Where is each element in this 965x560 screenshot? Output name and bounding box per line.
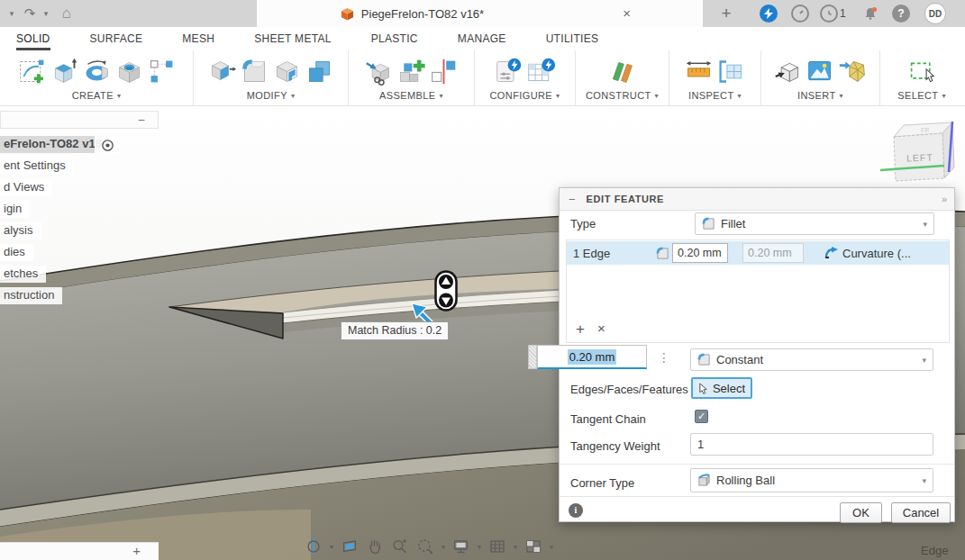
launch-status-icon[interactable] [791, 5, 809, 23]
group-modify: MODIFY▾ [194, 50, 349, 105]
insert-mesh-icon[interactable] [838, 57, 868, 86]
insert-component-icon[interactable] [364, 57, 394, 86]
browser-item-construction[interactable]: nstruction [0, 287, 62, 304]
redo-dropdown-icon[interactable]: ▾ [40, 0, 52, 27]
configuration-icon[interactable] [494, 57, 523, 86]
browser-activate-radio[interactable] [95, 136, 120, 154]
create-sketch-icon[interactable] [17, 57, 47, 86]
continuity-cell[interactable]: Curvature (... [842, 247, 911, 260]
new-tab-icon[interactable]: + [717, 0, 735, 27]
hole-icon[interactable] [114, 57, 144, 86]
new-component-icon[interactable] [396, 57, 426, 86]
group-label-insert[interactable]: INSERT▾ [797, 90, 843, 101]
offset-plane-icon[interactable] [607, 57, 637, 86]
insert-derive-icon[interactable] [773, 57, 803, 86]
cancel-button[interactable]: Cancel [891, 502, 951, 523]
canvas-icon[interactable] [806, 57, 835, 86]
corner-type-dropdown[interactable]: Rolling Ball ▾ [690, 468, 933, 492]
group-label-configure[interactable]: CONFIGURE▾ [489, 90, 560, 101]
tab-utilities[interactable]: UTILITIES [546, 32, 599, 50]
group-label-modify[interactable]: MODIFY▾ [247, 90, 296, 101]
job-status-icon[interactable] [820, 5, 838, 23]
dialog-expand-icon[interactable]: » [942, 194, 947, 204]
combine-icon[interactable] [305, 57, 334, 86]
close-tab-icon[interactable]: × [623, 6, 631, 20]
radius-cell-input[interactable]: 0.20 mm [672, 243, 728, 263]
extensions-icon[interactable] [760, 5, 778, 23]
browser-item-document[interactable]: eFrelon-TO82 v16 [0, 136, 110, 153]
browser-header[interactable]: − [0, 111, 159, 129]
revolve-icon[interactable] [82, 57, 112, 86]
user-avatar[interactable]: DD [924, 3, 946, 24]
radius-type-dropdown[interactable]: Constant ▾ [690, 348, 933, 371]
chevron-down-icon[interactable]: ▾ [514, 543, 517, 551]
look-at-icon[interactable] [341, 537, 359, 555]
type-dropdown[interactable]: Fillet ▾ [695, 212, 934, 235]
orbit-icon[interactable] [305, 537, 323, 555]
browser-item-named-views[interactable]: d Views [0, 179, 52, 196]
dialog-collapse-icon[interactable]: − [569, 193, 576, 206]
edge-set-row[interactable]: 1 Edge 0.20 mm 0.20 mm Curvature (... [567, 241, 949, 265]
group-label-select[interactable]: SELECT▾ [897, 90, 946, 101]
tangent-chain-checkbox[interactable]: ✓ [695, 410, 708, 423]
configuration-table-icon[interactable] [526, 57, 556, 86]
undo-dropdown-icon[interactable]: ▾ [5, 0, 18, 27]
timeline-add-icon[interactable]: + [132, 543, 141, 558]
browser-item-analysis[interactable]: alysis [0, 222, 41, 239]
browser-item-bodies[interactable]: dies [0, 244, 33, 261]
notifications-bell-icon[interactable] [861, 5, 879, 23]
add-edge-set-button[interactable]: + [576, 321, 585, 339]
ok-button[interactable]: OK [840, 502, 882, 523]
browser-item-origin[interactable]: igin [0, 201, 30, 218]
viewports-icon[interactable] [524, 537, 542, 555]
tab-mesh[interactable]: MESH [182, 32, 214, 50]
info-icon[interactable]: i [569, 503, 583, 518]
chevron-down-icon[interactable]: ▾ [478, 543, 481, 551]
radius-alt-cell-input[interactable]: 0.20 mm [742, 243, 804, 263]
pan-icon[interactable] [366, 537, 384, 555]
home-icon[interactable]: ⌂ [58, 0, 76, 27]
redo-icon[interactable]: ↷ [22, 0, 38, 27]
chevron-down-icon[interactable]: ▾ [442, 543, 445, 551]
browser-item-sketches[interactable]: etches [0, 266, 46, 283]
grid-snap-icon[interactable] [488, 537, 506, 555]
measure-icon[interactable] [684, 57, 714, 86]
fillet-icon[interactable] [240, 57, 269, 86]
browser-item-document-settings[interactable]: ent Settings [0, 158, 74, 175]
group-label-create[interactable]: CREATE▾ [72, 90, 122, 101]
dialog-header[interactable]: − EDIT FEATURE » [560, 188, 954, 211]
rectangular-pattern-icon[interactable] [147, 57, 177, 86]
tab-solid[interactable]: SOLID [16, 32, 50, 50]
browser-collapse-icon[interactable]: − [138, 113, 145, 127]
select-button[interactable]: Select [691, 377, 752, 399]
remove-edge-set-button[interactable]: × [597, 321, 605, 339]
press-pull-icon[interactable] [207, 57, 237, 86]
extrude-icon[interactable] [50, 57, 79, 86]
tab-sheet-metal[interactable]: SHEET METAL [254, 32, 332, 50]
shell-icon[interactable] [272, 57, 302, 86]
zoom-icon[interactable] [391, 537, 409, 555]
tab-plastic[interactable]: PLASTIC [371, 32, 418, 50]
fit-icon[interactable] [416, 537, 434, 555]
chevron-down-icon[interactable]: ▾ [550, 543, 553, 551]
hover-status-label: Edge [921, 544, 948, 557]
radius-input[interactable]: 0.20 mm [537, 345, 647, 369]
joint-icon[interactable] [429, 57, 459, 86]
group-label-construct[interactable]: CONSTRUCT▾ [586, 90, 659, 101]
group-label-assemble[interactable]: ASSEMBLE▾ [379, 90, 443, 101]
tangency-weight-input[interactable]: 1 [690, 433, 933, 456]
chevron-down-icon: ▾ [922, 356, 926, 365]
radius-spinner-manipulator[interactable] [436, 272, 457, 311]
tab-surface[interactable]: SURFACE [90, 32, 143, 50]
timeline-bar[interactable]: + [0, 542, 159, 560]
display-settings-icon[interactable] [452, 537, 470, 555]
drag-grip-handle[interactable] [528, 345, 537, 369]
kebab-menu-icon[interactable]: ⋮ [658, 350, 670, 365]
window-select-icon[interactable] [907, 57, 937, 86]
section-analysis-icon[interactable] [716, 57, 746, 86]
chevron-down-icon[interactable]: ▾ [330, 543, 333, 551]
document-tab[interactable]: PiegeFrelon-TO82 v16* × [257, 0, 703, 27]
group-label-inspect[interactable]: INSPECT▾ [688, 90, 742, 101]
tab-manage[interactable]: MANAGE [458, 32, 506, 50]
help-icon[interactable]: ? [892, 5, 910, 23]
